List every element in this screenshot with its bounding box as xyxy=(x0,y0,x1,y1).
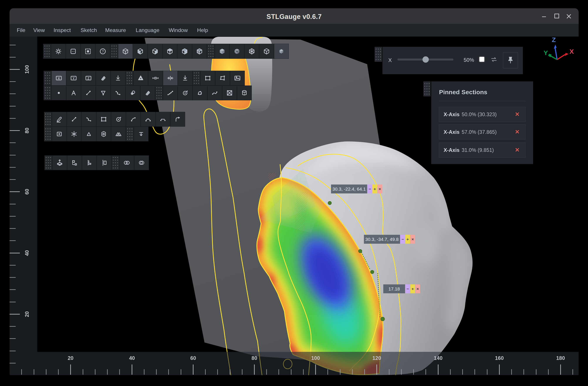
svg-text:180: 180 xyxy=(556,355,565,361)
svg-text:Y: Y xyxy=(73,76,75,80)
svg-text:120: 120 xyxy=(372,355,381,361)
svg-text:40: 40 xyxy=(24,250,30,256)
svg-text:100: 100 xyxy=(311,355,320,361)
svg-text:X: X xyxy=(58,76,60,80)
svg-text:160: 160 xyxy=(495,355,504,361)
svg-text:X: X xyxy=(569,48,574,55)
svg-text:Y: Y xyxy=(544,49,548,56)
svg-text:140: 140 xyxy=(434,355,442,361)
svg-text:80: 80 xyxy=(24,128,30,134)
svg-text:60: 60 xyxy=(190,355,196,361)
svg-text:Z: Z xyxy=(87,76,89,80)
svg-text:20: 20 xyxy=(24,311,30,317)
svg-text:80: 80 xyxy=(252,355,257,361)
svg-text:Z: Z xyxy=(552,37,556,43)
svg-text:100: 100 xyxy=(24,65,30,74)
svg-text:20: 20 xyxy=(68,355,74,361)
svg-text:40: 40 xyxy=(129,355,135,361)
svg-text:60: 60 xyxy=(24,189,30,195)
svg-text:?: ? xyxy=(102,49,104,54)
